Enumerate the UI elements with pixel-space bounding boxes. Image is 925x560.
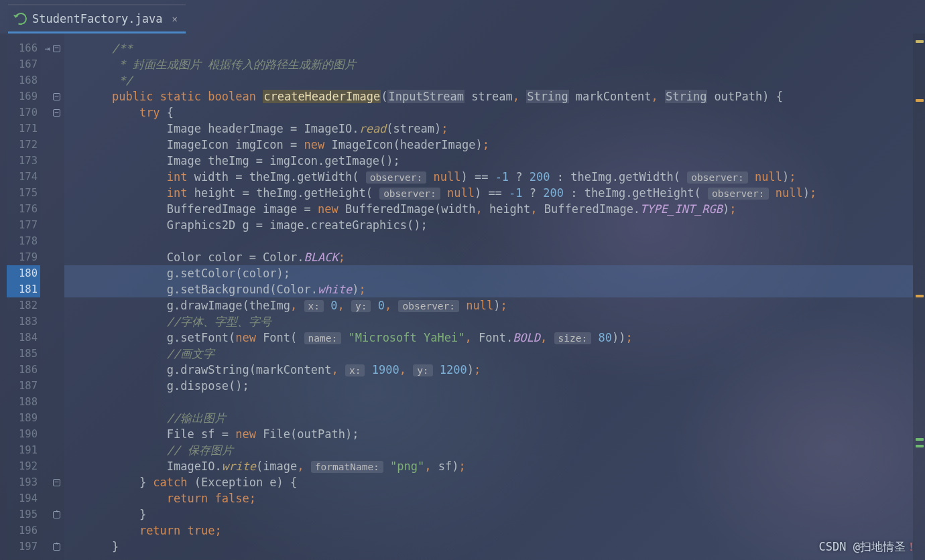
fold-cell[interactable]: −: [40, 104, 64, 121]
code-line[interactable]: try {: [64, 104, 913, 121]
fold-cell[interactable]: [40, 137, 64, 153]
line-number[interactable]: 191: [7, 442, 40, 458]
line-number[interactable]: 188: [7, 394, 40, 410]
code-line[interactable]: int height = theImg.getHeight( observer:…: [64, 185, 913, 201]
code-line[interactable]: g.dispose();: [64, 378, 913, 394]
fold-cell[interactable]: [40, 313, 64, 330]
fold-collapse-icon[interactable]: −: [53, 479, 60, 486]
line-number[interactable]: 172: [7, 137, 40, 153]
line-number[interactable]: 168: [7, 72, 40, 88]
code-line[interactable]: public static boolean createHeaderImage(…: [64, 88, 913, 104]
code-line[interactable]: //画文字: [64, 346, 913, 362]
code-line[interactable]: return true;: [64, 522, 913, 539]
code-line[interactable]: } catch (Exception e) {: [64, 474, 913, 490]
line-number[interactable]: 189: [7, 410, 40, 426]
fold-cell[interactable]: [40, 330, 64, 346]
line-number[interactable]: 177: [7, 217, 40, 233]
fold-cell[interactable]: [40, 458, 64, 474]
fold-cell[interactable]: [40, 72, 64, 88]
code-line[interactable]: }: [64, 539, 913, 555]
code-line[interactable]: ImageIcon imgIcon = new ImageIcon(header…: [64, 137, 913, 153]
line-number[interactable]: 183: [7, 313, 40, 330]
fold-cell[interactable]: [40, 249, 64, 265]
code-area[interactable]: /** * 封面生成图片 根据传入的路径生成新的图片 */ public sta…: [64, 33, 913, 560]
fold-cell[interactable]: [40, 56, 64, 72]
line-number[interactable]: 170: [7, 104, 40, 121]
line-number[interactable]: 175: [7, 185, 40, 201]
fold-cell[interactable]: [40, 233, 64, 249]
minimap-marker[interactable]: [916, 295, 924, 297]
line-number[interactable]: 194: [7, 490, 40, 506]
line-number[interactable]: 186: [7, 362, 40, 378]
code-line[interactable]: BufferedImage image = new BufferedImage(…: [64, 201, 913, 217]
fold-cell[interactable]: −: [40, 474, 64, 490]
code-line[interactable]: int width = theImg.getWidth( observer: n…: [64, 169, 913, 185]
fold-cell[interactable]: [40, 153, 64, 169]
minimap-scrollbar[interactable]: [913, 33, 925, 560]
code-line[interactable]: // 保存图片: [64, 442, 913, 458]
minimap-marker[interactable]: [916, 438, 924, 441]
fold-cell[interactable]: [40, 281, 64, 297]
close-tab-icon[interactable]: ✕: [168, 12, 181, 25]
fold-cell[interactable]: [40, 362, 64, 378]
fold-cell[interactable]: [40, 185, 64, 201]
fold-cell[interactable]: [40, 410, 64, 426]
code-line[interactable]: ImageIO.write(image, formatName: "png", …: [64, 458, 913, 474]
line-number[interactable]: 167: [7, 56, 40, 72]
fold-collapse-icon[interactable]: −: [53, 45, 60, 52]
file-tab-active[interactable]: StudentFactory.java ✕: [8, 4, 186, 33]
fold-gutter[interactable]: ⇥−−−−˄˄: [40, 33, 64, 560]
line-number[interactable]: 181: [7, 281, 40, 297]
minimap-marker[interactable]: [916, 40, 924, 43]
line-number[interactable]: 179: [7, 249, 40, 265]
fold-cell[interactable]: ⇥−: [40, 40, 64, 56]
line-number[interactable]: 171: [7, 121, 40, 137]
line-number[interactable]: 178: [7, 233, 40, 249]
line-number[interactable]: 184: [7, 330, 40, 346]
fold-cell[interactable]: [40, 201, 64, 217]
line-number[interactable]: 166: [7, 40, 40, 56]
minimap-marker[interactable]: [916, 99, 924, 102]
fold-collapse-icon[interactable]: −: [53, 109, 60, 117]
fold-cell[interactable]: [40, 378, 64, 394]
fold-cell[interactable]: [40, 297, 64, 313]
code-line[interactable]: g.setBackground(Color.white);: [64, 281, 913, 297]
line-number[interactable]: 176: [7, 201, 40, 217]
code-line[interactable]: Image theImg = imgIcon.getImage();: [64, 153, 913, 169]
code-line[interactable]: }: [64, 506, 913, 522]
fold-collapse-icon[interactable]: −: [53, 93, 60, 100]
line-number[interactable]: 197: [7, 539, 40, 555]
code-line[interactable]: /**: [64, 40, 913, 56]
line-number[interactable]: 190: [7, 426, 40, 442]
fold-cell[interactable]: [40, 522, 64, 539]
line-number[interactable]: 182: [7, 297, 40, 313]
code-line[interactable]: Image headerImage = ImageIO.read(stream)…: [64, 121, 913, 137]
code-line[interactable]: [64, 394, 913, 410]
fold-cell[interactable]: [40, 490, 64, 506]
line-number[interactable]: 196: [7, 522, 40, 539]
code-line[interactable]: return false;: [64, 490, 913, 506]
fold-cell[interactable]: [40, 426, 64, 442]
code-line[interactable]: [64, 233, 913, 249]
code-line[interactable]: File sf = new File(outPath);: [64, 426, 913, 442]
code-line[interactable]: g.drawImage(theImg, x: 0, y: 0, observer…: [64, 297, 913, 313]
code-line[interactable]: //字体、字型、字号: [64, 313, 913, 330]
fold-cell[interactable]: [40, 121, 64, 137]
line-number[interactable]: 187: [7, 378, 40, 394]
line-number[interactable]: 174: [7, 169, 40, 185]
line-number[interactable]: 193: [7, 474, 40, 490]
line-number[interactable]: 195: [7, 506, 40, 522]
fold-cell[interactable]: [40, 169, 64, 185]
code-line[interactable]: g.drawString(markContent, x: 1900, y: 12…: [64, 362, 913, 378]
fold-cell[interactable]: [40, 394, 64, 410]
code-line[interactable]: //输出图片: [64, 410, 913, 426]
fold-cell[interactable]: ˄: [40, 539, 64, 555]
minimap-marker[interactable]: [916, 445, 924, 447]
code-line[interactable]: * 封面生成图片 根据传入的路径生成新的图片: [64, 56, 913, 72]
code-line[interactable]: Color color = Color.BLACK;: [64, 249, 913, 265]
fold-cell[interactable]: [40, 217, 64, 233]
line-number[interactable]: 173: [7, 153, 40, 169]
line-number[interactable]: 169: [7, 88, 40, 104]
code-line[interactable]: Graphics2D g = image.createGraphics();: [64, 217, 913, 233]
fold-cell[interactable]: [40, 346, 64, 362]
